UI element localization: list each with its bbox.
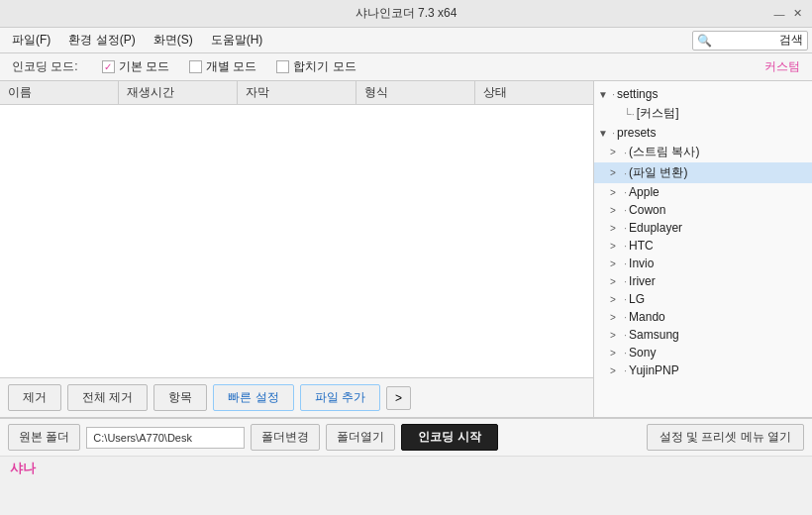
tree-dot-6: · xyxy=(624,204,627,216)
file-list-body[interactable] xyxy=(0,105,593,377)
mode-merge-label: 합치기 모드 xyxy=(293,58,355,75)
source-folder-button[interactable]: 원본 폴더 xyxy=(8,424,80,451)
tree-dot-9: · xyxy=(624,258,627,269)
tree-label-7: Eduplayer xyxy=(629,221,682,235)
tree-label-5: Apple xyxy=(629,185,660,199)
tree-item-6[interactable]: >·Cowon xyxy=(594,201,812,219)
col-subtitle: 자막 xyxy=(238,81,356,104)
tree-dot-12: · xyxy=(624,311,627,323)
tree-item-14[interactable]: >·Sony xyxy=(594,344,812,361)
tree-toggle-0[interactable]: ▼ xyxy=(598,89,612,100)
tree-dot-15: · xyxy=(624,364,627,376)
main-area: 이름 재생시간 자막 형식 상태 제거 전체 제거 항목 빠른 설정 파일 추가… xyxy=(0,81,812,418)
tree-label-10: Iriver xyxy=(629,274,656,288)
tree-item-11[interactable]: >·LG xyxy=(594,290,812,308)
tree-item-12[interactable]: >·Mando xyxy=(594,308,812,326)
file-list-area: 이름 재생시간 자막 형식 상태 제거 전체 제거 항목 빠른 설정 파일 추가… xyxy=(0,81,594,417)
more-button[interactable]: > xyxy=(386,386,411,410)
minimize-button[interactable]: — xyxy=(772,7,786,21)
tree-dot-14: · xyxy=(624,347,627,359)
remove-all-button[interactable]: 전체 제거 xyxy=(67,384,148,411)
tree-item-10[interactable]: >·Iriver xyxy=(594,272,812,290)
tree-label-9: Invio xyxy=(629,257,654,270)
window-title: 샤나인코더 7.3 x64 xyxy=(355,5,457,22)
tree-toggle-13[interactable]: > xyxy=(610,330,624,341)
tree-dot-8: · xyxy=(624,240,627,252)
tree-dot-4: · xyxy=(624,167,627,179)
menu-file[interactable]: 파일(F) xyxy=(4,29,58,52)
mode-individual-checkbox[interactable] xyxy=(189,60,202,73)
close-button[interactable]: ✕ xyxy=(790,7,804,21)
title-bar: 샤나인코더 7.3 x64 — ✕ xyxy=(0,0,812,28)
tree-item-8[interactable]: >·HTC xyxy=(594,237,812,255)
tree-toggle-15[interactable]: > xyxy=(610,365,624,376)
tree-toggle-12[interactable]: > xyxy=(610,312,624,323)
tree-label-12: Mando xyxy=(629,310,665,324)
quick-settings-button[interactable]: 빠른 설정 xyxy=(213,384,293,411)
tree-dot-5: · xyxy=(624,186,627,198)
tree-toggle-10[interactable]: > xyxy=(610,276,624,287)
window-controls: — ✕ xyxy=(772,7,804,21)
tree-item-5[interactable]: >·Apple xyxy=(594,183,812,201)
tree-toggle-8[interactable]: > xyxy=(610,241,624,252)
custom-link[interactable]: 커스텀 xyxy=(764,58,800,75)
path-input[interactable] xyxy=(86,427,245,449)
tree-item-9[interactable]: >·Invio xyxy=(594,255,812,272)
preset-panel[interactable]: ▼·settings└·[커스텀]▼·presets>·(스트림 복사)>·(파… xyxy=(594,81,812,417)
tree-item-0[interactable]: ▼·settings xyxy=(594,85,812,103)
tree-item-3[interactable]: >·(스트림 복사) xyxy=(594,142,812,162)
mode-basic[interactable]: ✓ 기본 모드 xyxy=(102,58,169,75)
tree-toggle-6[interactable]: > xyxy=(610,205,624,216)
tree-toggle-5[interactable]: > xyxy=(610,187,624,198)
open-folder-button[interactable]: 폴더열기 xyxy=(326,424,395,451)
item-button[interactable]: 항목 xyxy=(153,384,207,411)
tree-label-13: Samsung xyxy=(629,328,679,342)
tree-toggle-14[interactable]: > xyxy=(610,348,624,359)
mode-merge-checkbox[interactable] xyxy=(276,60,289,73)
bottom-bar: 원본 폴더 폴더변경 폴더열기 인코딩 시작 설정 및 프리셋 메뉴 열기 xyxy=(0,418,812,456)
add-file-button[interactable]: 파일 추가 xyxy=(300,384,380,411)
tree-item-2[interactable]: ▼·presets xyxy=(594,124,812,142)
tree-item-13[interactable]: >·Samsung xyxy=(594,326,812,344)
tree-item-7[interactable]: >·Eduplayer xyxy=(594,219,812,237)
status-text: 샤나 xyxy=(10,460,36,477)
tree-item-1[interactable]: └·[커스텀] xyxy=(594,103,812,124)
encode-button[interactable]: 인코딩 시작 xyxy=(401,424,497,451)
tree-dot-2: · xyxy=(612,127,615,139)
mode-merge[interactable]: 합치기 모드 xyxy=(276,58,355,75)
tree-toggle-7[interactable]: > xyxy=(610,223,624,234)
mode-individual-label: 개별 모드 xyxy=(206,58,256,75)
menu-items: 파일(F) 환경 설정(P) 화면(S) 도움말(H) xyxy=(4,29,270,52)
menu-settings[interactable]: 환경 설정(P) xyxy=(60,29,143,52)
col-format: 형식 xyxy=(356,81,475,104)
col-status: 상태 xyxy=(475,81,593,104)
change-folder-button[interactable]: 폴더변경 xyxy=(251,424,320,451)
tree-toggle-11[interactable]: > xyxy=(610,294,624,305)
tree-toggle-3[interactable]: > xyxy=(610,147,624,157)
tree-dot-1: └· xyxy=(624,108,635,120)
tree-toggle-2[interactable]: ▼ xyxy=(598,128,612,139)
tree-dot-7: · xyxy=(624,222,627,234)
tree-toggle-9[interactable]: > xyxy=(610,258,624,269)
tree-label-1: [커스텀] xyxy=(637,105,679,122)
mode-basic-checkbox[interactable]: ✓ xyxy=(102,60,115,73)
tree-toggle-4[interactable]: > xyxy=(610,167,624,178)
tree-label-14: Sony xyxy=(629,346,656,360)
search-icon: 🔍 xyxy=(697,34,712,48)
mode-individual[interactable]: 개별 모드 xyxy=(189,58,256,75)
tree-label-8: HTC xyxy=(629,239,654,253)
remove-button[interactable]: 제거 xyxy=(8,384,61,411)
search-input[interactable] xyxy=(716,35,775,47)
tree-item-15[interactable]: >·YujinPNP xyxy=(594,361,812,379)
menu-help[interactable]: 도움말(H) xyxy=(203,29,271,52)
encoding-mode-bar: 인코딩 모드: ✓ 기본 모드 개별 모드 합치기 모드 커스텀 xyxy=(0,53,812,81)
tree-dot-11: · xyxy=(624,293,627,305)
tree-label-11: LG xyxy=(629,292,645,306)
search-box[interactable]: 🔍 검색 xyxy=(692,31,808,51)
menu-screen[interactable]: 화면(S) xyxy=(146,29,201,52)
file-list-header: 이름 재생시간 자막 형식 상태 xyxy=(0,81,593,105)
menu-bar: 파일(F) 환경 설정(P) 화면(S) 도움말(H) 🔍 검색 xyxy=(0,28,812,53)
tree-label-2: presets xyxy=(617,126,656,140)
settings-preset-button[interactable]: 설정 및 프리셋 메뉴 열기 xyxy=(647,424,804,451)
tree-item-4[interactable]: >·(파일 변환) xyxy=(594,162,812,183)
